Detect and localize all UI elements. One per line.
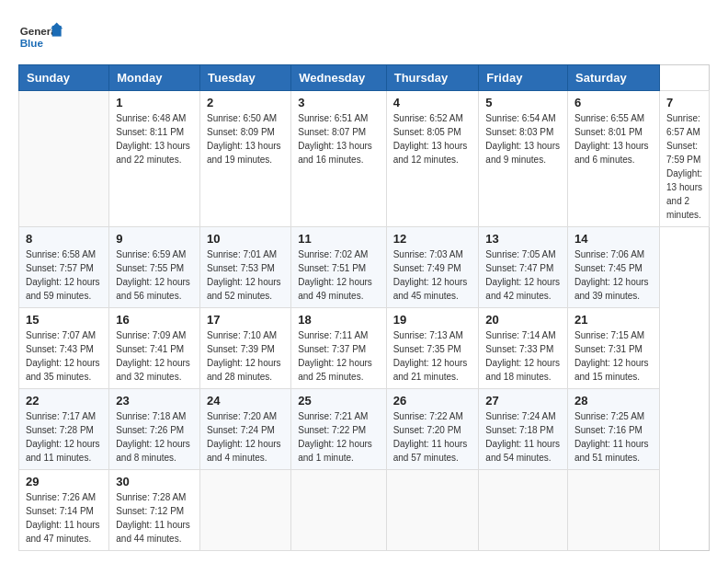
- day-header: Friday: [479, 65, 568, 91]
- day-number: 19: [393, 313, 472, 327]
- day-number: 12: [393, 232, 472, 246]
- day-number: 27: [485, 394, 561, 408]
- day-info: Sunrise: 7:11 AMSunset: 7:37 PMDaylight:…: [298, 328, 379, 384]
- day-number: 21: [574, 313, 653, 327]
- day-number: 22: [26, 394, 102, 408]
- day-number: 2: [207, 96, 284, 109]
- page-header: General Blue: [18, 18, 710, 55]
- calendar-cell: [199, 470, 290, 551]
- calendar-cell: 4Sunrise: 6:52 AMSunset: 8:05 PMDaylight…: [386, 91, 479, 227]
- calendar-cell: 3Sunrise: 6:51 AMSunset: 8:07 PMDaylight…: [291, 91, 386, 227]
- calendar-cell: 19Sunrise: 7:13 AMSunset: 7:35 PMDayligh…: [386, 308, 479, 389]
- day-info: Sunrise: 7:14 AMSunset: 7:33 PMDaylight:…: [485, 328, 561, 384]
- day-info: Sunrise: 7:01 AMSunset: 7:53 PMDaylight:…: [207, 247, 284, 303]
- day-number: 6: [574, 96, 653, 109]
- calendar-cell: 30Sunrise: 7:28 AMSunset: 7:12 PMDayligh…: [109, 470, 200, 551]
- day-info: Sunrise: 7:18 AMSunset: 7:26 PMDaylight:…: [116, 409, 193, 465]
- calendar-header-row: SundayMondayTuesdayWednesdayThursdayFrid…: [19, 65, 710, 91]
- day-info: Sunrise: 6:52 AMSunset: 8:05 PMDaylight:…: [393, 111, 472, 167]
- day-number: 17: [207, 313, 284, 327]
- day-number: 7: [666, 96, 702, 109]
- day-info: Sunrise: 7:24 AMSunset: 7:18 PMDaylight:…: [485, 409, 561, 465]
- calendar-cell: [19, 91, 109, 227]
- calendar-week-row: 29Sunrise: 7:26 AMSunset: 7:14 PMDayligh…: [19, 470, 710, 551]
- calendar-cell: 28Sunrise: 7:25 AMSunset: 7:16 PMDayligh…: [567, 389, 659, 470]
- day-number: 24: [207, 394, 284, 408]
- day-info: Sunrise: 7:10 AMSunset: 7:39 PMDaylight:…: [207, 328, 284, 384]
- calendar-cell: 23Sunrise: 7:18 AMSunset: 7:26 PMDayligh…: [109, 389, 200, 470]
- day-number: 10: [207, 232, 284, 246]
- day-number: 5: [485, 96, 561, 109]
- day-info: Sunrise: 6:58 AMSunset: 7:57 PMDaylight:…: [26, 247, 102, 303]
- calendar-cell: 1Sunrise: 6:48 AMSunset: 8:11 PMDaylight…: [109, 91, 200, 227]
- day-number: 26: [393, 394, 472, 408]
- calendar-cell: 15Sunrise: 7:07 AMSunset: 7:43 PMDayligh…: [19, 308, 109, 389]
- day-info: Sunrise: 7:15 AMSunset: 7:31 PMDaylight:…: [574, 328, 653, 384]
- calendar-cell: 7Sunrise: 6:57 AMSunset: 7:59 PMDaylight…: [660, 91, 710, 227]
- day-number: 20: [485, 313, 561, 327]
- day-number: 28: [574, 394, 653, 408]
- day-number: 25: [298, 394, 379, 408]
- calendar-cell: 12Sunrise: 7:03 AMSunset: 7:49 PMDayligh…: [386, 227, 479, 308]
- calendar-cell: 17Sunrise: 7:10 AMSunset: 7:39 PMDayligh…: [199, 308, 290, 389]
- day-header: Sunday: [19, 65, 109, 91]
- calendar-cell: 20Sunrise: 7:14 AMSunset: 7:33 PMDayligh…: [479, 308, 568, 389]
- day-info: Sunrise: 6:51 AMSunset: 8:07 PMDaylight:…: [298, 111, 379, 167]
- svg-text:Blue: Blue: [20, 37, 44, 49]
- calendar-cell: 18Sunrise: 7:11 AMSunset: 7:37 PMDayligh…: [291, 308, 386, 389]
- day-info: Sunrise: 7:25 AMSunset: 7:16 PMDaylight:…: [574, 409, 653, 465]
- calendar-week-row: 22Sunrise: 7:17 AMSunset: 7:28 PMDayligh…: [19, 389, 710, 470]
- calendar-cell: 14Sunrise: 7:06 AMSunset: 7:45 PMDayligh…: [567, 227, 659, 308]
- day-info: Sunrise: 7:20 AMSunset: 7:24 PMDaylight:…: [207, 409, 284, 465]
- calendar-table: SundayMondayTuesdayWednesdayThursdayFrid…: [18, 64, 710, 551]
- day-number: 1: [116, 96, 193, 109]
- day-info: Sunrise: 7:03 AMSunset: 7:49 PMDaylight:…: [393, 247, 472, 303]
- calendar-cell: [479, 470, 568, 551]
- logo-icon: General Blue: [18, 18, 64, 55]
- day-info: Sunrise: 6:59 AMSunset: 7:55 PMDaylight:…: [116, 247, 193, 303]
- day-number: 14: [574, 232, 653, 246]
- day-info: Sunrise: 6:50 AMSunset: 8:09 PMDaylight:…: [207, 111, 284, 167]
- day-info: Sunrise: 7:02 AMSunset: 7:51 PMDaylight:…: [298, 247, 379, 303]
- day-number: 8: [26, 232, 102, 246]
- calendar-week-row: 1Sunrise: 6:48 AMSunset: 8:11 PMDaylight…: [19, 91, 710, 227]
- calendar-cell: 11Sunrise: 7:02 AMSunset: 7:51 PMDayligh…: [291, 227, 386, 308]
- day-number: 18: [298, 313, 379, 327]
- day-header: Thursday: [386, 65, 479, 91]
- calendar-cell: 21Sunrise: 7:15 AMSunset: 7:31 PMDayligh…: [567, 308, 659, 389]
- day-number: 23: [116, 394, 193, 408]
- day-header: Saturday: [567, 65, 659, 91]
- day-number: 4: [393, 96, 472, 109]
- day-number: 29: [26, 475, 102, 488]
- calendar-week-row: 15Sunrise: 7:07 AMSunset: 7:43 PMDayligh…: [19, 308, 710, 389]
- calendar-cell: [386, 470, 479, 551]
- day-info: Sunrise: 6:57 AMSunset: 7:59 PMDaylight:…: [666, 111, 702, 222]
- day-header: Monday: [109, 65, 200, 91]
- day-info: Sunrise: 6:54 AMSunset: 8:03 PMDaylight:…: [485, 111, 561, 167]
- day-info: Sunrise: 7:26 AMSunset: 7:14 PMDaylight:…: [26, 490, 102, 546]
- day-info: Sunrise: 7:21 AMSunset: 7:22 PMDaylight:…: [298, 409, 379, 465]
- day-number: 3: [298, 96, 379, 109]
- calendar-cell: 9Sunrise: 6:59 AMSunset: 7:55 PMDaylight…: [109, 227, 200, 308]
- calendar-cell: 8Sunrise: 6:58 AMSunset: 7:57 PMDaylight…: [19, 227, 109, 308]
- calendar-cell: 13Sunrise: 7:05 AMSunset: 7:47 PMDayligh…: [479, 227, 568, 308]
- day-number: 11: [298, 232, 379, 246]
- day-header: Tuesday: [199, 65, 290, 91]
- day-info: Sunrise: 6:55 AMSunset: 8:01 PMDaylight:…: [574, 111, 653, 167]
- calendar-cell: 6Sunrise: 6:55 AMSunset: 8:01 PMDaylight…: [567, 91, 659, 227]
- day-info: Sunrise: 7:17 AMSunset: 7:28 PMDaylight:…: [26, 409, 102, 465]
- day-info: Sunrise: 7:05 AMSunset: 7:47 PMDaylight:…: [485, 247, 561, 303]
- day-info: Sunrise: 7:22 AMSunset: 7:20 PMDaylight:…: [393, 409, 472, 465]
- calendar-cell: [567, 470, 659, 551]
- day-number: 16: [116, 313, 193, 327]
- calendar-cell: 27Sunrise: 7:24 AMSunset: 7:18 PMDayligh…: [479, 389, 568, 470]
- day-header: Wednesday: [291, 65, 386, 91]
- calendar-cell: 26Sunrise: 7:22 AMSunset: 7:20 PMDayligh…: [386, 389, 479, 470]
- calendar-cell: 2Sunrise: 6:50 AMSunset: 8:09 PMDaylight…: [199, 91, 290, 227]
- day-info: Sunrise: 7:09 AMSunset: 7:41 PMDaylight:…: [116, 328, 193, 384]
- day-info: Sunrise: 7:06 AMSunset: 7:45 PMDaylight:…: [574, 247, 653, 303]
- calendar-cell: 24Sunrise: 7:20 AMSunset: 7:24 PMDayligh…: [199, 389, 290, 470]
- day-number: 13: [485, 232, 561, 246]
- day-info: Sunrise: 6:48 AMSunset: 8:11 PMDaylight:…: [116, 111, 193, 167]
- calendar-cell: 10Sunrise: 7:01 AMSunset: 7:53 PMDayligh…: [199, 227, 290, 308]
